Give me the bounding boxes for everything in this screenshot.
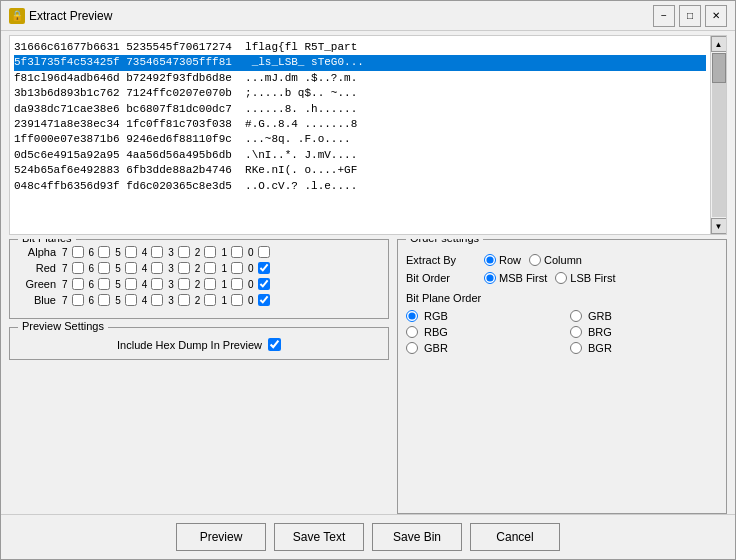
bit-green-2[interactable]: 2 [195, 278, 220, 290]
bit-checkbox[interactable] [204, 294, 216, 306]
scroll-down-button[interactable]: ▼ [711, 218, 727, 234]
bit-red-7[interactable]: 7 [62, 262, 87, 274]
bit-checkbox[interactable] [231, 262, 243, 274]
hex-dump-checkbox[interactable] [268, 338, 281, 351]
bit-red-3[interactable]: 3 [168, 262, 193, 274]
save-bin-button[interactable]: Save Bin [372, 523, 462, 551]
bit-checkbox[interactable] [178, 278, 190, 290]
bit-checkbox[interactable] [151, 246, 163, 258]
bit-checkbox[interactable] [72, 294, 84, 306]
bit-checkbox[interactable] [98, 262, 110, 274]
extract-by-column-option[interactable]: Column [529, 254, 582, 266]
bit-checkbox[interactable] [231, 278, 243, 290]
bit-plane-order-radio-gbr[interactable] [406, 342, 418, 354]
bit-red-4[interactable]: 4 [142, 262, 167, 274]
bit-green-1[interactable]: 1 [221, 278, 246, 290]
preview-area: 31666c61677b6631 5235545f70617274 lflag{… [9, 35, 727, 235]
preview-button[interactable]: Preview [176, 523, 266, 551]
bit-plane-order-rbg[interactable]: RBG [406, 326, 554, 338]
bit-blue-6[interactable]: 6 [89, 294, 114, 306]
bit-alpha-1[interactable]: 1 [221, 246, 246, 258]
bit-blue-3[interactable]: 3 [168, 294, 193, 306]
extract-column-radio[interactable] [529, 254, 541, 266]
bit-checkbox[interactable] [258, 294, 270, 306]
bit-blue-2[interactable]: 2 [195, 294, 220, 306]
bit-checkbox[interactable] [125, 262, 137, 274]
bit-checkbox[interactable] [72, 278, 84, 290]
bit-checkbox[interactable] [125, 278, 137, 290]
scrollbar-thumb[interactable] [712, 53, 726, 83]
bit-checkbox[interactable] [178, 262, 190, 274]
cancel-button[interactable]: Cancel [470, 523, 560, 551]
bit-green-5[interactable]: 5 [115, 278, 140, 290]
bit-red-0[interactable]: 0 [248, 262, 273, 274]
lsb-first-radio[interactable] [555, 272, 567, 284]
bit-checkbox[interactable] [258, 246, 270, 258]
bit-plane-order-brg[interactable]: BRG [570, 326, 718, 338]
bit-green-3[interactable]: 3 [168, 278, 193, 290]
bit-alpha-2[interactable]: 2 [195, 246, 220, 258]
bit-plane-order-bgr[interactable]: BGR [570, 342, 718, 354]
bit-red-2[interactable]: 2 [195, 262, 220, 274]
lsb-first-option[interactable]: LSB First [555, 272, 615, 284]
scroll-up-button[interactable]: ▲ [711, 36, 727, 52]
save-text-button[interactable]: Save Text [274, 523, 364, 551]
bit-green-6[interactable]: 6 [89, 278, 114, 290]
bit-checkbox[interactable] [204, 262, 216, 274]
bit-checkbox[interactable] [98, 294, 110, 306]
bit-plane-order-rgb[interactable]: RGB [406, 310, 554, 322]
bit-checkbox[interactable] [72, 262, 84, 274]
bit-plane-order-radio-brg[interactable] [570, 326, 582, 338]
bit-checkbox[interactable] [125, 294, 137, 306]
bit-green-0[interactable]: 0 [248, 278, 273, 290]
bit-checkbox[interactable] [258, 262, 270, 274]
bit-checkbox[interactable] [151, 262, 163, 274]
bit-row-alpha: Alpha76543210 [18, 246, 380, 258]
bit-checkbox[interactable] [178, 294, 190, 306]
bit-blue-7[interactable]: 7 [62, 294, 87, 306]
msb-first-option[interactable]: MSB First [484, 272, 547, 284]
bit-blue-4[interactable]: 4 [142, 294, 167, 306]
maximize-button[interactable]: □ [679, 5, 701, 27]
bit-plane-order-radio-rgb[interactable] [406, 310, 418, 322]
bit-blue-5[interactable]: 5 [115, 294, 140, 306]
bit-plane-order-radio-grb[interactable] [570, 310, 582, 322]
preview-text-content[interactable]: 31666c61677b6631 5235545f70617274 lflag{… [10, 36, 710, 234]
extract-row-radio[interactable] [484, 254, 496, 266]
bit-checkbox[interactable] [231, 246, 243, 258]
bit-alpha-0[interactable]: 0 [248, 246, 273, 258]
bit-green-4[interactable]: 4 [142, 278, 167, 290]
preview-settings-group: Preview Settings Include Hex Dump In Pre… [9, 327, 389, 360]
bit-alpha-5[interactable]: 5 [115, 246, 140, 258]
bit-alpha-6[interactable]: 6 [89, 246, 114, 258]
bit-red-1[interactable]: 1 [221, 262, 246, 274]
msb-first-radio[interactable] [484, 272, 496, 284]
bit-plane-order-gbr[interactable]: GBR [406, 342, 554, 354]
bit-plane-order-grb[interactable]: GRB [570, 310, 718, 322]
bit-checkbox[interactable] [98, 278, 110, 290]
minimize-button[interactable]: − [653, 5, 675, 27]
bit-checkbox[interactable] [151, 278, 163, 290]
bit-checkbox[interactable] [98, 246, 110, 258]
bit-alpha-7[interactable]: 7 [62, 246, 87, 258]
bit-green-7[interactable]: 7 [62, 278, 87, 290]
bit-red-6[interactable]: 6 [89, 262, 114, 274]
bit-red-5[interactable]: 5 [115, 262, 140, 274]
bit-checkbox[interactable] [204, 278, 216, 290]
bit-plane-order-radio-rbg[interactable] [406, 326, 418, 338]
scrollbar-track[interactable] [712, 53, 726, 217]
bit-checkbox[interactable] [258, 278, 270, 290]
bit-alpha-4[interactable]: 4 [142, 246, 167, 258]
bit-plane-order-radio-bgr[interactable] [570, 342, 582, 354]
bit-checkbox[interactable] [151, 294, 163, 306]
bit-checkbox[interactable] [72, 246, 84, 258]
close-button[interactable]: ✕ [705, 5, 727, 27]
extract-by-row-option[interactable]: Row [484, 254, 521, 266]
bit-blue-1[interactable]: 1 [221, 294, 246, 306]
bit-checkbox[interactable] [204, 246, 216, 258]
bit-alpha-3[interactable]: 3 [168, 246, 193, 258]
bit-blue-0[interactable]: 0 [248, 294, 273, 306]
bit-checkbox[interactable] [178, 246, 190, 258]
bit-checkbox[interactable] [231, 294, 243, 306]
bit-checkbox[interactable] [125, 246, 137, 258]
